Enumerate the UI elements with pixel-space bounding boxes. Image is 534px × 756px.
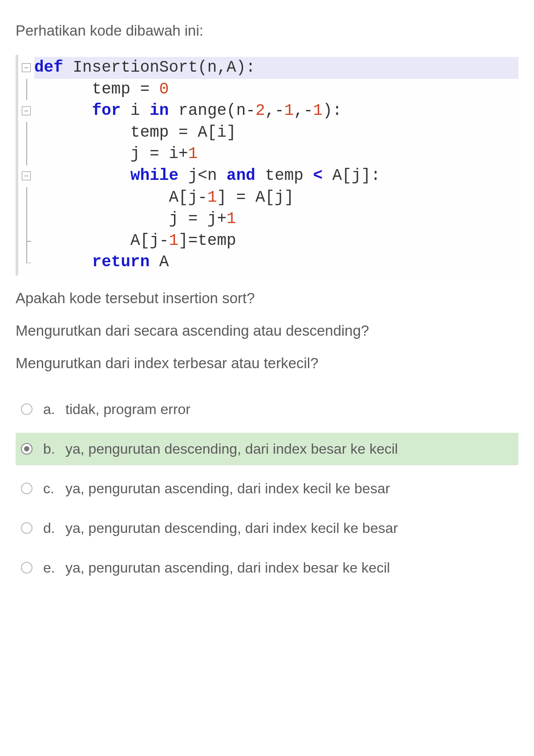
code-line-7: A[j-1] = A[j] bbox=[18, 187, 518, 209]
question-1: Apakah kode tersebut insertion sort? bbox=[16, 289, 518, 308]
fold-gutter bbox=[18, 79, 34, 101]
code-text: j = i+ bbox=[34, 145, 188, 163]
code-number: 2 bbox=[255, 102, 265, 120]
fold-minus-icon[interactable]: − bbox=[22, 106, 31, 115]
code-text: temp = A[i] bbox=[34, 123, 236, 142]
option-letter: d. bbox=[43, 520, 65, 537]
fold-gutter bbox=[18, 187, 34, 209]
keyword-in: in bbox=[150, 102, 169, 120]
option-e[interactable]: e. ya, pengurutan ascending, dari index … bbox=[16, 552, 518, 584]
operator-lt: < bbox=[313, 167, 323, 185]
code-line-10: return A bbox=[18, 252, 518, 273]
code-text: A[j- bbox=[34, 188, 207, 207]
code-line-9: A[j-1]=temp bbox=[18, 230, 518, 252]
code-text: range(n- bbox=[169, 102, 255, 120]
code-line-3: − for i in range(n-2,-1,-1): bbox=[18, 100, 518, 122]
code-text: ,- bbox=[294, 102, 313, 120]
radio-icon[interactable] bbox=[21, 483, 32, 494]
code-text: i bbox=[121, 102, 150, 120]
code-line-2: temp = 0 bbox=[18, 79, 518, 101]
code-line-5: j = i+1 bbox=[18, 143, 518, 165]
fold-minus-icon[interactable]: − bbox=[22, 171, 31, 180]
radio-icon[interactable] bbox=[21, 522, 32, 534]
fold-gutter[interactable]: − bbox=[18, 165, 34, 187]
keyword-def: def bbox=[34, 58, 63, 77]
code-text: temp = bbox=[34, 80, 159, 98]
code-text: ,- bbox=[265, 102, 284, 120]
radio-icon[interactable] bbox=[21, 562, 32, 573]
code-text: j<n bbox=[178, 167, 227, 185]
code-text bbox=[34, 102, 92, 120]
fold-gutter bbox=[18, 122, 34, 144]
code-text: ] = A[j] bbox=[217, 188, 294, 207]
option-letter: e. bbox=[43, 560, 65, 576]
code-line-6: − while j<n and temp < A[j]: bbox=[18, 165, 518, 187]
option-text: ya, pengurutan ascending, dari index kec… bbox=[65, 480, 513, 497]
option-letter: c. bbox=[43, 480, 65, 497]
code-number: 1 bbox=[169, 232, 178, 250]
option-letter: b. bbox=[43, 441, 65, 457]
fold-minus-icon[interactable]: − bbox=[22, 63, 31, 72]
keyword-while: while bbox=[130, 167, 178, 185]
option-text: ya, pengurutan descending, dari index be… bbox=[65, 441, 513, 457]
code-number: 1 bbox=[313, 102, 323, 120]
option-text: ya, pengurutan descending, dari index ke… bbox=[65, 520, 513, 537]
code-line-4: temp = A[i] bbox=[18, 122, 518, 144]
question-intro: Perhatikan kode dibawah ini: bbox=[16, 22, 518, 39]
fold-gutter bbox=[18, 252, 34, 273]
code-line-1: − def InsertionSort(n,A): bbox=[18, 57, 518, 79]
code-text: ]=temp bbox=[178, 232, 236, 250]
option-c[interactable]: c. ya, pengurutan ascending, dari index … bbox=[16, 472, 518, 505]
fold-gutter[interactable]: − bbox=[18, 57, 34, 79]
radio-icon[interactable] bbox=[21, 403, 32, 415]
option-text: ya, pengurutan ascending, dari index bes… bbox=[65, 560, 513, 576]
fold-gutter bbox=[18, 208, 34, 230]
code-block: − def InsertionSort(n,A): temp = 0 − for… bbox=[16, 55, 518, 276]
option-b[interactable]: b. ya, pengurutan descending, dari index… bbox=[16, 433, 518, 465]
code-number: 1 bbox=[284, 102, 294, 120]
options-list: a. tidak, program error b. ya, penguruta… bbox=[16, 393, 518, 584]
option-letter: a. bbox=[43, 401, 65, 418]
code-text bbox=[34, 167, 130, 185]
code-number: 1 bbox=[207, 188, 217, 207]
code-number: 1 bbox=[227, 210, 236, 228]
fold-gutter bbox=[18, 143, 34, 165]
code-text bbox=[34, 253, 92, 271]
fold-gutter bbox=[18, 230, 34, 252]
question-2: Mengurutkan dari secara ascending atau d… bbox=[16, 321, 518, 341]
function-name: InsertionSort bbox=[63, 58, 198, 77]
question-3: Mengurutkan dari index terbesar atau ter… bbox=[16, 354, 518, 373]
code-number: 1 bbox=[188, 145, 198, 163]
option-a[interactable]: a. tidak, program error bbox=[16, 393, 518, 426]
code-text: temp bbox=[255, 167, 313, 185]
code-text: A[j]: bbox=[323, 167, 380, 185]
fold-gutter[interactable]: − bbox=[18, 100, 34, 122]
code-line-8: j = j+1 bbox=[18, 208, 518, 230]
code-text: j = j+ bbox=[34, 210, 227, 228]
keyword-return: return bbox=[92, 253, 150, 271]
code-text: ): bbox=[323, 102, 342, 120]
option-d[interactable]: d. ya, pengurutan descending, dari index… bbox=[16, 512, 518, 545]
radio-icon-checked[interactable] bbox=[21, 443, 32, 455]
code-text: A bbox=[150, 253, 169, 271]
code-text: (n,A): bbox=[198, 58, 255, 77]
keyword-and: and bbox=[227, 167, 255, 185]
option-text: tidak, program error bbox=[65, 401, 513, 418]
code-text: A[j- bbox=[34, 232, 169, 250]
code-number: 0 bbox=[159, 80, 169, 98]
keyword-for: for bbox=[92, 102, 121, 120]
